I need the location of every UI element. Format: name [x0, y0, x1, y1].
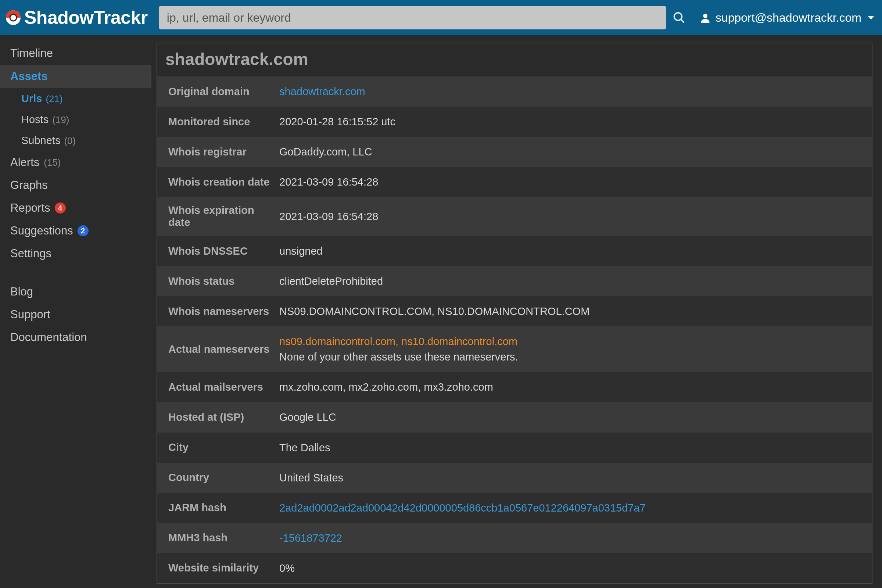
sidebar-sub-count: (19)	[52, 114, 69, 126]
row-label: Monitored since	[157, 108, 276, 135]
row-label: Whois creation date	[157, 169, 276, 195]
row-whois-registrar: Whois registrar GoDaddy.com, LLC	[157, 137, 872, 167]
search-wrap	[159, 6, 692, 29]
sidebar-sub-label: Hosts	[21, 114, 48, 126]
sidebar-item-graphs[interactable]: Graphs	[0, 174, 152, 196]
sidebar-sub-count: (0)	[64, 135, 76, 147]
row-label: Whois nameservers	[157, 298, 276, 325]
row-value: unsigned	[276, 236, 872, 266]
row-label: Whois DNSSEC	[157, 238, 276, 265]
search-input[interactable]	[159, 6, 666, 29]
svg-line-3	[681, 20, 684, 23]
row-country: Country United States	[157, 463, 872, 493]
row-value: clientDeleteProhibited	[276, 266, 872, 296]
row-label: JARM hash	[157, 494, 276, 521]
sidebar-item-label: Alerts	[10, 156, 39, 169]
sidebar-item-blog[interactable]: Blog	[0, 280, 152, 303]
svg-point-2	[674, 13, 682, 21]
row-whois-creation: Whois creation date 2021-03-09 16:54:28	[157, 167, 872, 197]
main-content: shadowtrack.com Original domain shadowtr…	[152, 35, 882, 588]
row-website-similarity: Website similarity 0%	[157, 553, 872, 583]
sidebar-item-support[interactable]: Support	[0, 303, 152, 326]
logo-icon	[5, 9, 21, 26]
domain-panel: shadowtrack.com Original domain shadowtr…	[156, 43, 873, 584]
row-value: United States	[276, 463, 872, 493]
row-mmh3-hash: MMH3 hash -1561873722	[157, 523, 872, 553]
row-whois-expiration: Whois expiration date 2021-03-09 16:54:2…	[157, 197, 872, 236]
row-whois-status: Whois status clientDeleteProhibited	[157, 266, 872, 296]
row-label: Actual nameservers	[157, 336, 276, 363]
sidebar-item-assets[interactable]: Assets	[0, 64, 152, 88]
svg-point-1	[10, 14, 16, 21]
sidebar-sub-urls[interactable]: Urls (21)	[0, 88, 152, 109]
sidebar-item-label: Reports	[10, 201, 50, 214]
row-value: The Dalles	[276, 432, 872, 463]
badge-reports: 4	[55, 202, 66, 213]
row-whois-dnssec: Whois DNSSEC unsigned	[157, 236, 872, 266]
row-whois-nameservers: Whois nameservers NS09.DOMAINCONTROL.COM…	[157, 296, 872, 326]
sidebar-sub-subnets[interactable]: Subnets (0)	[0, 130, 152, 151]
details-table: Original domain shadowtrackr.com Monitor…	[157, 76, 872, 583]
sidebar-sub-label: Subnets	[21, 135, 60, 147]
svg-point-4	[703, 14, 707, 18]
row-hosted-at: Hosted at (ISP) Google LLC	[157, 402, 872, 432]
row-monitored-since: Monitored since 2020-01-28 16:15:52 utc	[157, 106, 872, 137]
row-label: Country	[157, 464, 276, 491]
actual-nameservers-note: None of your other assets use these name…	[279, 351, 518, 363]
chevron-down-icon	[867, 13, 875, 22]
row-label: Original domain	[157, 78, 276, 105]
row-value: 2020-01-28 16:15:52 utc	[276, 106, 872, 137]
row-value: 0%	[276, 553, 872, 583]
row-label: City	[157, 434, 276, 461]
page-title: shadowtrack.com	[157, 44, 872, 76]
user-email: support@shadowtrackr.com	[716, 11, 861, 25]
row-jarm-hash: JARM hash 2ad2ad0002ad2ad00042d42d000000…	[157, 493, 872, 523]
brand-logo[interactable]: ShadowTrackr	[5, 7, 148, 28]
search-icon	[672, 11, 686, 24]
row-actual-nameservers: Actual nameservers ns09.domaincontrol.co…	[157, 326, 872, 372]
row-original-domain: Original domain shadowtrackr.com	[157, 76, 872, 106]
sidebar-sub-label: Urls	[21, 93, 42, 105]
sidebar-item-settings[interactable]: Settings	[0, 242, 152, 265]
row-value: 2021-03-09 16:54:28	[276, 167, 872, 197]
sidebar: Timeline Assets Urls (21) Hosts (19) Sub…	[0, 35, 152, 588]
row-label: Actual mailservers	[157, 374, 276, 400]
row-value: 2021-03-09 16:54:28	[276, 201, 872, 231]
row-value: GoDaddy.com, LLC	[276, 137, 872, 167]
jarm-hash-link[interactable]: 2ad2ad0002ad2ad00042d42d0000005d86ccb1a0…	[279, 502, 646, 514]
sidebar-sub-hosts[interactable]: Hosts (19)	[0, 109, 152, 130]
row-label: Hosted at (ISP)	[157, 404, 276, 431]
sidebar-item-count: (15)	[44, 157, 61, 168]
row-value: mx.zoho.com, mx2.zoho.com, mx3.zoho.com	[276, 372, 872, 402]
user-icon	[700, 12, 710, 23]
row-value: Google LLC	[276, 402, 872, 432]
sidebar-item-label: Suggestions	[10, 224, 73, 237]
search-button[interactable]	[666, 6, 692, 29]
row-value: NS09.DOMAINCONTROL.COM, NS10.DOMAINCONTR…	[276, 296, 872, 326]
actual-nameservers-link[interactable]: ns09.domaincontrol.com, ns10.domaincontr…	[279, 336, 518, 347]
brand-name: ShadowTrackr	[24, 7, 148, 28]
original-domain-link[interactable]: shadowtrackr.com	[279, 86, 365, 98]
sidebar-item-documentation[interactable]: Documentation	[0, 326, 152, 349]
user-menu[interactable]: support@shadowtrackr.com	[700, 11, 875, 25]
mmh3-hash-link[interactable]: -1561873722	[279, 532, 342, 544]
sidebar-item-timeline[interactable]: Timeline	[0, 42, 152, 64]
sidebar-sub-count: (21)	[46, 93, 63, 105]
sidebar-item-suggestions[interactable]: Suggestions 2	[0, 219, 152, 242]
sidebar-item-alerts[interactable]: Alerts (15)	[0, 151, 152, 174]
row-label: Website similarity	[157, 555, 276, 581]
row-label: Whois status	[157, 268, 276, 295]
row-label: Whois registrar	[157, 138, 276, 165]
row-label: MMH3 hash	[157, 524, 276, 551]
row-label: Whois expiration date	[157, 197, 276, 236]
row-actual-mailservers: Actual mailservers mx.zoho.com, mx2.zoho…	[157, 372, 872, 402]
badge-suggestions: 2	[78, 225, 88, 236]
topbar: ShadowTrackr support@shadowtrackr.com	[0, 0, 882, 35]
sidebar-item-reports[interactable]: Reports 4	[0, 196, 152, 219]
row-city: City The Dalles	[157, 432, 872, 463]
